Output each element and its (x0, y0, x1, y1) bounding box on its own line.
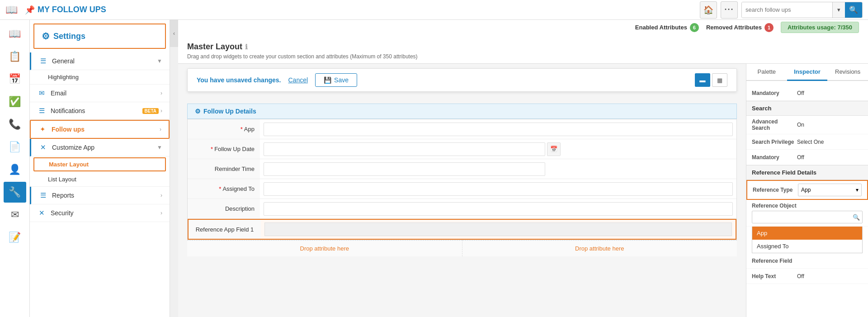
search-privilege-row: Search Privilege Select One (746, 134, 868, 150)
section-icon: ⚙ (195, 108, 201, 115)
sidebar-collapse-button[interactable]: ‹ (170, 20, 178, 47)
form-row-followupdate: * Follow Up Date 📅 (188, 139, 736, 159)
tab-revisions[interactable]: Revisions (827, 64, 868, 81)
general-chevron: ▼ (157, 58, 162, 64)
search-dropdown-button[interactable]: ▾ (832, 2, 845, 18)
attribute-bar: Enabled Attributes 6 Removed Attributes … (178, 20, 868, 37)
sidebar-item-customize[interactable]: ✕ Customize App ▼ (30, 139, 170, 156)
form-row-app: * App (188, 119, 736, 139)
content-area: Enabled Attributes 6 Removed Attributes … (178, 20, 868, 317)
remindertime-field (260, 159, 736, 179)
description-field (260, 199, 736, 218)
calendar-button[interactable]: 📅 (547, 142, 561, 156)
app-input[interactable] (264, 123, 733, 136)
help-text-value: Off (797, 273, 863, 279)
pin-icon: 📌 (25, 5, 35, 15)
icon-bar-user[interactable]: 👤 (4, 159, 26, 180)
sidebar-item-listlayout[interactable]: List Layout (30, 172, 170, 187)
icon-bar-note[interactable]: 📝 (4, 227, 26, 248)
sidebar-item-security[interactable]: ✕ Security › (30, 204, 170, 222)
editor-main: You have unsaved changes. Cancel 💾 Save … (178, 64, 868, 317)
tab-inspector[interactable]: Inspector (787, 64, 828, 81)
icon-bar-check[interactable]: ✅ (4, 91, 26, 112)
home-button[interactable]: 🏠 (700, 1, 717, 19)
book-icon: 📖 (5, 4, 18, 16)
gear-icon: ⚙ (42, 31, 50, 42)
mandatory2-row: Mandatory Off (746, 150, 868, 165)
form-row-assignedto: * Assigned To (188, 179, 736, 199)
reports-chevron: › (160, 192, 162, 199)
form-grid: * App * Follow Up Date (187, 119, 737, 240)
email-icon: ✉ (37, 89, 46, 97)
sidebar-item-email[interactable]: ✉ Email › (30, 85, 170, 102)
icon-bar-table[interactable]: 📋 (4, 46, 26, 67)
general-icon: ☰ (38, 57, 47, 65)
sidebar-item-highlighting[interactable]: Highlighting (30, 70, 170, 85)
save-button[interactable]: 💾 Save (315, 73, 357, 87)
sidebar-security-label: Security (51, 209, 160, 217)
assignedto-input[interactable] (264, 182, 733, 196)
search-go-button[interactable]: 🔍 (845, 2, 862, 18)
sidebar-general-label: General (52, 57, 157, 65)
drop-zone-right[interactable]: Drop attribute here (462, 240, 737, 256)
tab-palette[interactable]: Palette (746, 64, 787, 81)
reference-object-label: Reference Object (752, 203, 797, 209)
search-input[interactable] (742, 2, 832, 18)
search-container: ▾ 🔍 (741, 2, 863, 18)
icon-bar-calendar[interactable]: 📅 (4, 69, 26, 90)
icon-bar-docs[interactable]: 📄 (4, 137, 26, 157)
removed-badge: 1 (764, 23, 774, 32)
sidebar-item-masterlayout[interactable]: Master Layout (33, 157, 166, 171)
ref-field-section-header: Reference Field Details (746, 165, 868, 180)
reference-field-row: Reference Field (746, 253, 868, 269)
icon-bar-mail[interactable]: ✉ (4, 204, 26, 225)
reference-input-box (264, 222, 732, 236)
icon-bar-phone[interactable]: 📞 (4, 114, 26, 135)
form-row-description: Description (188, 199, 736, 219)
more-options-button[interactable]: ··· (721, 1, 738, 19)
page-subtitle: Drag and drop widgets to create your cus… (187, 53, 859, 60)
single-column-view-button[interactable]: ▬ (695, 73, 710, 87)
description-input[interactable] (264, 202, 733, 216)
sidebar-item-notifications[interactable]: ☰ Notifications BETA › (30, 102, 170, 120)
inspector-panel: Palette Inspector Revisions Mandatory Of… (746, 64, 868, 317)
inspector-content: Mandatory Off Search Advanced Search On … (746, 81, 868, 289)
settings-label: Settings (53, 32, 85, 41)
assignedto-field (260, 179, 736, 199)
save-icon: 💾 (324, 76, 331, 84)
help-text-label: Help Text (752, 273, 797, 279)
sidebar-item-followups[interactable]: ✦ Follow ups › (30, 120, 170, 139)
description-label: Description (188, 199, 260, 218)
main-layout: 📖 📋 📅 ✅ 📞 📄 👤 🔧 ✉ 📝 ⚙ Settings ☰ General… (0, 20, 868, 317)
enabled-attributes: Enabled Attributes 6 (635, 23, 699, 32)
reference-type-dropdown[interactable]: App ▾ (798, 184, 862, 196)
remindertime-label: Reminder Time (188, 159, 260, 179)
reports-icon: ☰ (38, 191, 47, 199)
icon-bar-book[interactable]: 📖 (4, 24, 26, 44)
dropdown-option-app[interactable]: App (752, 227, 862, 240)
remindertime-input[interactable] (264, 162, 545, 176)
form-row-reference: Reference App Field 1 (188, 219, 736, 240)
customize-chevron: ▼ (157, 144, 162, 151)
sidebar: ⚙ Settings ☰ General ▼ Highlighting ✉ Em… (30, 20, 170, 317)
drop-zone-left[interactable]: Drop attribute here (187, 240, 462, 256)
dropdown-option-assignedto[interactable]: Assigned To (752, 240, 862, 253)
beta-badge: BETA (142, 108, 159, 114)
followupdate-label: * Follow Up Date (188, 139, 260, 159)
security-icon: ✕ (37, 209, 46, 217)
security-chevron: › (160, 210, 162, 216)
followups-chevron: › (160, 126, 161, 132)
sidebar-item-reports[interactable]: ☰ Reports › (30, 187, 170, 204)
info-icon[interactable]: ℹ (245, 43, 248, 51)
followups-icon: ✦ (38, 125, 47, 133)
advanced-search-value: On (797, 122, 863, 128)
view-toggle: ▬ ▦ (695, 73, 727, 87)
content-header: Master Layout ℹ Drag and drop widgets to… (178, 37, 868, 64)
settings-header[interactable]: ⚙ Settings (33, 24, 166, 49)
multi-column-view-button[interactable]: ▦ (712, 73, 727, 87)
reference-object-search-input[interactable] (752, 211, 863, 223)
followupdate-input[interactable] (264, 142, 545, 156)
icon-bar-wrench[interactable]: 🔧 (4, 182, 26, 203)
sidebar-item-general[interactable]: ☰ General ▼ (30, 52, 170, 70)
cancel-link[interactable]: Cancel (288, 76, 308, 84)
